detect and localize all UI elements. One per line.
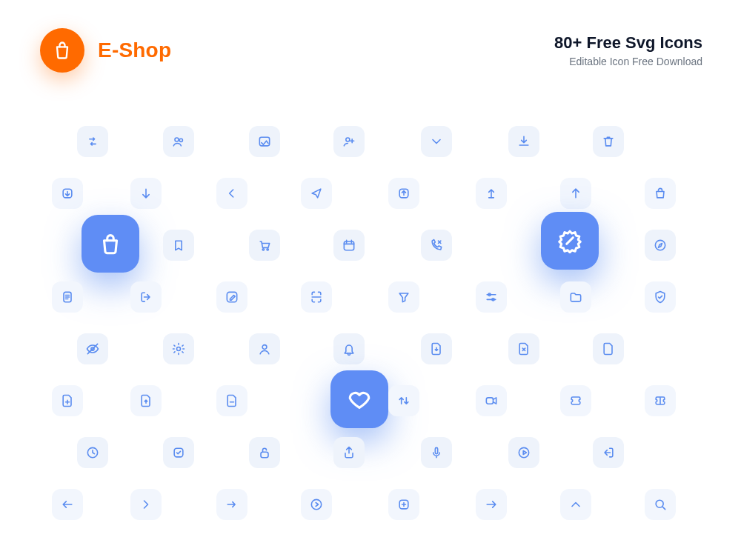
sort-icon[interactable] [388, 385, 419, 416]
shopping-bag-icon [52, 40, 73, 61]
next-circle-icon[interactable] [301, 489, 332, 520]
bookmark-icon[interactable] [163, 230, 194, 261]
svg-point-6 [262, 249, 264, 250]
arrow-up-thin-icon[interactable] [476, 178, 507, 209]
arrow-down-icon[interactable] [130, 178, 162, 209]
cart-icon[interactable] [249, 230, 280, 261]
svg-point-9 [655, 240, 665, 250]
arrow-right-icon[interactable] [476, 489, 507, 520]
compass-icon[interactable] [645, 230, 676, 261]
svg-rect-20 [261, 452, 268, 458]
eye-off-icon[interactable] [77, 333, 108, 364]
shield-check-icon[interactable] [645, 281, 676, 313]
send-icon[interactable] [301, 178, 332, 209]
group-icon[interactable] [163, 126, 194, 157]
svg-point-7 [267, 249, 268, 250]
file-error-icon[interactable] [508, 333, 539, 364]
edit-icon[interactable] [216, 281, 247, 313]
svg-point-0 [175, 138, 179, 141]
ticket-icon[interactable] [560, 385, 591, 416]
arrow-left-icon[interactable] [52, 489, 83, 520]
chevron-up-icon[interactable] [560, 489, 591, 520]
logout-icon[interactable] [130, 281, 162, 313]
svg-point-1 [179, 139, 182, 141]
svg-point-16 [262, 345, 267, 350]
bell-icon[interactable] [333, 333, 365, 364]
calendar-icon[interactable] [333, 230, 365, 261]
svg-rect-2 [259, 137, 269, 146]
page-header: E-Shop 80+ Free Svg Icons Editable Icon … [40, 28, 702, 73]
share-up-icon[interactable] [333, 437, 365, 468]
svg-point-3 [346, 138, 350, 141]
brand-badge [40, 28, 84, 73]
arrow-right-thin-icon[interactable] [216, 489, 247, 520]
trash-icon[interactable] [593, 126, 624, 157]
gear-icon[interactable] [163, 333, 194, 364]
chevron-right-icon[interactable] [130, 489, 162, 520]
sliders-icon[interactable] [476, 281, 507, 313]
svg-rect-17 [486, 398, 493, 404]
checkbox-icon[interactable] [163, 437, 194, 468]
bag-icon[interactable] [645, 178, 676, 209]
scan-icon[interactable] [301, 281, 332, 313]
mic-icon[interactable] [421, 437, 452, 468]
arrow-down-box-icon[interactable] [52, 178, 83, 209]
svg-point-25 [656, 500, 663, 507]
heart-icon[interactable] [330, 370, 388, 428]
svg-rect-8 [344, 241, 353, 250]
swap-icon[interactable] [77, 126, 108, 157]
exit-icon[interactable] [388, 489, 419, 520]
arrow-up-box-icon[interactable] [388, 178, 419, 209]
file-download-icon[interactable] [421, 333, 452, 364]
file-icon[interactable] [593, 333, 624, 364]
chevron-down-icon[interactable] [421, 126, 452, 157]
file-plus-icon[interactable] [52, 385, 83, 416]
svg-point-22 [519, 447, 528, 457]
promo-block: 80+ Free Svg Icons Editable Icon Free Do… [554, 33, 702, 67]
login-icon[interactable] [593, 437, 624, 468]
unlock-icon[interactable] [249, 437, 280, 468]
user-icon[interactable] [249, 333, 280, 364]
download-icon[interactable] [508, 126, 539, 157]
file-minus-icon[interactable] [216, 385, 247, 416]
ticket-alt-icon[interactable] [645, 385, 676, 416]
discount-badge-icon[interactable] [541, 212, 599, 270]
file-upload-icon[interactable] [130, 385, 162, 416]
svg-point-23 [311, 499, 321, 509]
folder-icon[interactable] [560, 281, 591, 313]
user-plus-icon[interactable] [333, 126, 365, 157]
promo-subtitle: Editable Icon Free Download [554, 56, 702, 67]
play-circle-icon[interactable] [508, 437, 539, 468]
promo-title: 80+ Free Svg Icons [554, 33, 702, 53]
icon-grid [37, 119, 704, 533]
arrow-up-icon[interactable] [560, 178, 591, 209]
svg-rect-21 [435, 447, 437, 453]
filter-icon[interactable] [388, 281, 419, 313]
document-icon[interactable] [52, 281, 83, 313]
brand-title: E-Shop [98, 39, 171, 62]
video-icon[interactable] [476, 385, 507, 416]
phone-missed-icon[interactable] [421, 230, 452, 261]
brand: E-Shop [40, 28, 171, 73]
svg-point-15 [177, 347, 181, 351]
clock-icon[interactable] [77, 437, 108, 468]
shopping-bag-icon[interactable] [82, 215, 139, 273]
search-icon[interactable] [645, 489, 676, 520]
chevron-left-icon[interactable] [216, 178, 247, 209]
gallery-icon[interactable] [249, 126, 280, 157]
